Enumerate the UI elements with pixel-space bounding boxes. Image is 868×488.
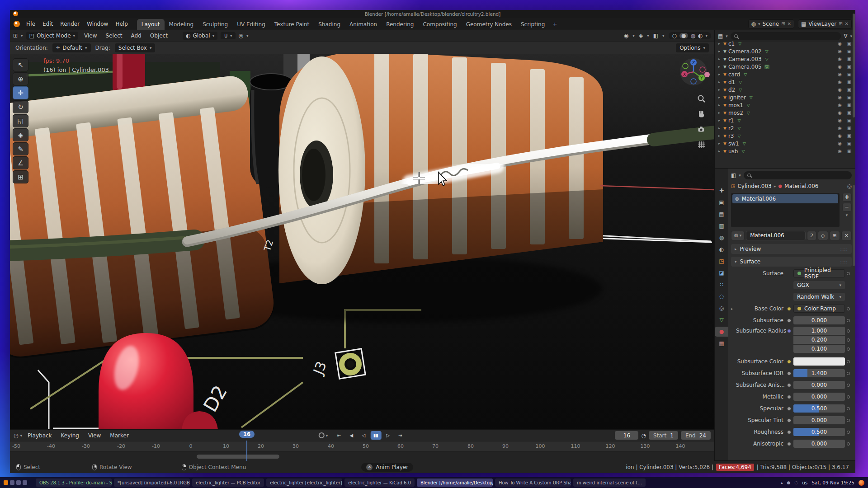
workspace-tab[interactable]: + [549,19,560,30]
decorator-dot[interactable] [845,329,852,333]
viewport-menu-item[interactable]: View [81,32,99,40]
material-name-field[interactable]: Material.006 [746,231,806,240]
expand-icon[interactable]: ▸ [717,118,722,122]
subsurface-radius-x-field[interactable]: 1.000 [793,327,845,335]
outliner-item[interactable]: ▸ ▼ mos1 ▽ ◉ ▣ [715,101,855,109]
breadcrumb-material[interactable]: Material.006 [784,183,818,189]
remove-view-layer-icon[interactable]: ✕ [845,21,849,26]
expand-icon[interactable]: ▸ [717,80,722,84]
surface-panel-header[interactable]: ▾ Surface :::: [731,257,852,267]
outliner-item[interactable]: ▸ ▼ card ▽ ◉ ▣ [715,70,855,78]
properties-tab[interactable]: ◎ [716,303,728,313]
pin-icon[interactable]: ◎ [847,183,852,189]
decorator-dot[interactable] [845,360,852,363]
expand-icon[interactable]: ▸ [717,65,722,69]
hide-in-viewport-icon[interactable]: ◉ [836,103,844,108]
properties-tab[interactable]: ▤ [716,209,728,219]
anisotropic-slider[interactable]: 0.000 [793,440,845,448]
workspace-tab[interactable]: Compositing [418,19,461,30]
topbar-menu-item[interactable]: Render [57,19,83,28]
tool-button[interactable]: ✎ [13,142,28,155]
tray-icon[interactable]: ◌ [794,480,798,485]
disable-in-renders-icon[interactable]: ▣ [845,49,853,54]
properties-tab[interactable]: ◍ [716,233,728,243]
red-cylinder-component[interactable] [113,54,145,93]
camera-gizmo-dot[interactable] [704,72,710,77]
metallic-slider[interactable]: 0.000 [793,393,845,401]
taskbar-window-button[interactable]: electric_lighter — PCB Editor [192,479,264,487]
outliner-item[interactable]: ▸ ▼ d2 ▽ ◉ ▣ [715,86,855,94]
topbar-menu-item[interactable]: File [23,19,39,28]
new-view-layer-icon[interactable]: ⊞ [839,21,842,26]
snapping-toggle[interactable]: ∪▾ [221,32,235,39]
specular-slider[interactable]: 0.500 [793,404,845,413]
distribution-dropdown[interactable]: GGX▾ [793,281,845,289]
wire-cable-left[interactable] [10,237,194,251]
properties-search-input[interactable] [744,171,852,179]
hide-in-viewport-icon[interactable]: ◉ [836,80,844,84]
tool-button[interactable]: ∠ [13,156,28,169]
subsurface-slider[interactable]: 0.000 [793,316,845,324]
timeline-scroll-area[interactable] [10,451,714,461]
preview-range-clock-icon[interactable]: ◔ [641,433,646,438]
frame-end-field[interactable]: End24 [681,431,711,440]
blender-menu-icon[interactable] [14,21,20,27]
new-material-button[interactable]: ⊞ [830,231,840,240]
launcher-icon[interactable] [16,480,21,485]
properties-tab[interactable]: ▦ [716,338,728,348]
subsurface-anisotropy-slider[interactable]: 0.000 [793,381,845,389]
expand-icon[interactable]: ▸ [717,134,722,138]
unlink-material-button[interactable]: ✕ [841,231,852,240]
current-frame-field[interactable]: 16 [615,431,638,440]
editor-type-icon[interactable]: ⊞ [13,33,18,38]
hide-in-viewport-icon[interactable]: ◉ [836,118,844,123]
expand-icon[interactable]: ▸ [717,126,722,130]
outliner-item[interactable]: ▸ ▼ c1 ▽ ◉ ▣ [715,40,855,47]
outliner-item[interactable]: ▸ ▼ r2 ▽ ◉ ▣ [715,124,855,132]
hide-in-viewport-icon[interactable]: ◉ [836,87,844,92]
browse-material-button[interactable]: ◍▾ [731,231,745,240]
viewport-menu-item[interactable]: Add [128,32,144,40]
playback-button[interactable]: ▷ [382,431,393,440]
filter-icon[interactable]: ∇ [844,33,847,39]
zoom-icon[interactable] [697,94,706,103]
playback-button[interactable]: ⇥ [395,431,406,440]
expand-icon[interactable]: ▸ [717,72,722,76]
workspace-tab[interactable]: UV Editing [232,19,270,30]
window-titlebar[interactable]: Blender [/home/amalie/Desktop/blender/ci… [10,10,855,18]
decorator-dot[interactable] [845,431,852,434]
expand-icon[interactable]: ▸ [717,141,722,145]
show-object-types-icon[interactable]: ◉ [624,33,628,38]
timeline-menu-item[interactable]: Keying [57,431,83,440]
taskbar-window-button[interactable]: m weird internal scene of t… [573,479,646,487]
shading-wireframe-icon[interactable]: ○ [672,33,677,38]
tool-button[interactable]: ⊞ [13,170,28,183]
capacitor-left[interactable] [10,74,277,361]
subsurface-radius-z-field[interactable]: 0.100 [793,345,845,353]
disable-in-renders-icon[interactable]: ▣ [845,141,853,146]
disable-in-renders-icon[interactable]: ▣ [845,41,853,46]
navigation-gizmo[interactable]: Z X Y [679,57,708,88]
properties-tab[interactable]: ● [715,327,728,337]
taskbar-window-button[interactable]: *[unsaved] (imported)-6.0 [RGB color … [114,479,190,487]
expand-icon[interactable]: ▸ [717,49,722,53]
outliner-item[interactable]: ▸ ▼ usb ▽ ◉ ▣ [715,147,855,155]
drag-dropdown[interactable]: Select Box ▾ [115,43,156,52]
disable-in-renders-icon[interactable]: ▣ [845,110,853,115]
workspace-tab[interactable]: Geometry Nodes [462,19,516,30]
grid-perspective-icon[interactable] [697,141,706,149]
properties-tab[interactable]: ✚ [716,186,728,196]
workspace-tab[interactable]: Modeling [165,19,198,30]
viewport-3d-scene[interactable]: T2 J3 D2 [10,54,714,429]
viewport-menu-item[interactable]: Select [103,32,125,40]
timeline-editor-icon[interactable]: ◷ [14,433,18,438]
decorator-dot[interactable] [845,372,852,375]
overlays-icon[interactable]: ◧ [653,33,658,38]
keyboard-layout-indicator[interactable]: us [802,480,807,485]
decorator-dot[interactable] [845,272,852,275]
workspace-tab[interactable]: Animation [345,19,382,30]
horizontal-scrollbar[interactable] [197,455,279,459]
scene-selector[interactable]: ◍▾ Scene ⊞ ✕ [748,19,794,28]
tool-button[interactable]: ✛ [13,86,28,99]
outliner-editor-icon[interactable]: ▤ [718,33,723,39]
